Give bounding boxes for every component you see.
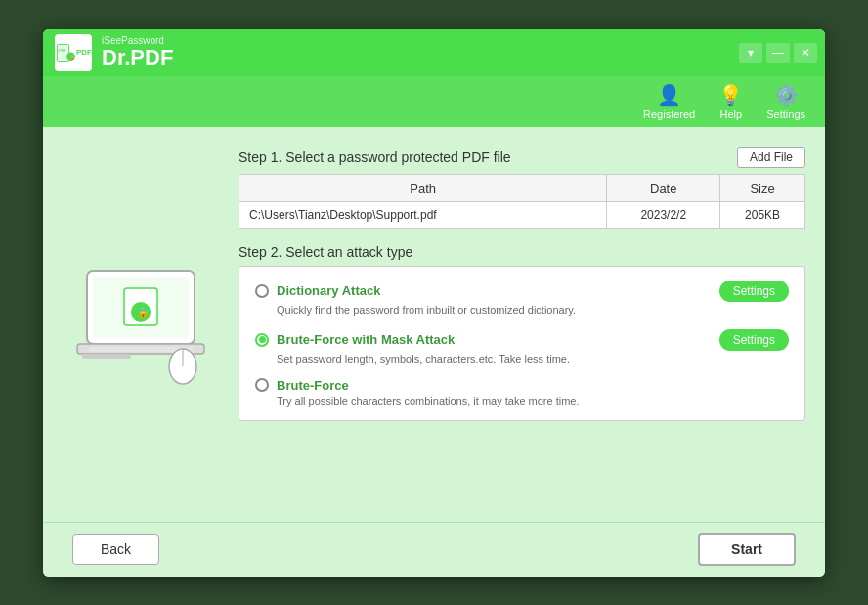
brute-force-mask-name: Brute-Force with Mask Attack bbox=[277, 332, 455, 347]
add-file-button[interactable]: Add File bbox=[737, 147, 805, 168]
table-row[interactable]: C:\Users\Tianz\Desktop\Support.pdf 2023/… bbox=[239, 201, 805, 228]
brand-label: iSeePassword bbox=[102, 35, 173, 46]
app-name: iSeePassword Dr.PDF bbox=[102, 35, 173, 69]
dictionary-attack-desc: Quickly find the password from inbuilt o… bbox=[277, 304, 789, 316]
help-button[interactable]: 💡 Help bbox=[718, 83, 743, 120]
left-panel: 🔒 bbox=[63, 147, 219, 502]
step2-section: Step 2. Select an attack type Dictionary… bbox=[239, 244, 805, 421]
step1-header: Step 1. Select a password protected PDF … bbox=[239, 147, 805, 168]
svg-text:🔒: 🔒 bbox=[137, 306, 150, 319]
dictionary-radio[interactable] bbox=[255, 284, 269, 298]
step2-header: Step 2. Select an attack type bbox=[239, 244, 805, 260]
brute-force-mask-header: Brute-Force with Mask Attack Settings bbox=[255, 329, 789, 351]
brute-force-header: Brute-Force bbox=[255, 378, 789, 393]
dictionary-attack-header: Dictionary Attack Settings bbox=[255, 281, 789, 302]
step1-title: Step 1. Select a password protected PDF … bbox=[239, 150, 511, 165]
help-icon: 💡 bbox=[718, 83, 743, 107]
attack-options-box: Dictionary Attack Settings Quickly find … bbox=[239, 266, 805, 421]
registered-label: Registered bbox=[643, 108, 695, 120]
settings-icon: ⚙️ bbox=[774, 83, 799, 107]
registered-button[interactable]: 👤 Registered bbox=[643, 83, 695, 120]
file-table: Path Date Size C:\Users\Tianz\Desktop\Su… bbox=[239, 174, 805, 229]
main-content: 🔒 Step 1. Select a password protected PD… bbox=[43, 127, 825, 522]
logo-area: PDF 🔒 iSeePassword Dr.PDF bbox=[55, 34, 173, 71]
brute-force-mask-left: Brute-Force with Mask Attack bbox=[255, 332, 455, 347]
start-button[interactable]: Start bbox=[698, 533, 796, 566]
minimize-button[interactable]: — bbox=[766, 43, 790, 63]
file-date: 2023/2/2 bbox=[607, 201, 720, 228]
dictionary-attack-name: Dictionary Attack bbox=[277, 283, 380, 298]
brute-force-mask-desc: Set password length, symbols, characters… bbox=[277, 353, 789, 365]
brute-force-name: Brute-Force bbox=[277, 378, 349, 393]
brute-force-mask-settings-button[interactable]: Settings bbox=[719, 329, 789, 351]
step1-section: Step 1. Select a password protected PDF … bbox=[239, 147, 805, 229]
file-size: 205KB bbox=[720, 201, 805, 228]
svg-rect-1 bbox=[57, 44, 68, 61]
svg-text:PDF: PDF bbox=[59, 48, 66, 52]
laptop-illustration: 🔒 bbox=[67, 261, 214, 388]
brute-force-radio[interactable] bbox=[255, 378, 269, 392]
brute-force-left: Brute-Force bbox=[255, 378, 349, 393]
radio-inner bbox=[259, 336, 266, 343]
registered-icon: 👤 bbox=[657, 83, 681, 107]
close-button[interactable]: ✕ bbox=[794, 43, 817, 63]
back-button[interactable]: Back bbox=[72, 534, 159, 565]
toolbar: 👤 Registered 💡 Help ⚙️ Settings bbox=[43, 76, 825, 127]
dictionary-settings-button[interactable]: Settings bbox=[719, 281, 789, 302]
settings-button[interactable]: ⚙️ Settings bbox=[766, 83, 805, 120]
dictionary-attack-left: Dictionary Attack bbox=[255, 283, 380, 298]
brute-force-desc: Try all possible characters combinations… bbox=[277, 395, 789, 407]
brute-force-mask-radio[interactable] bbox=[255, 333, 269, 347]
window-controls: ▾ — ✕ bbox=[739, 43, 817, 63]
col-header-path: Path bbox=[239, 174, 607, 201]
svg-text:🔒: 🔒 bbox=[69, 53, 76, 60]
col-header-date: Date bbox=[607, 174, 720, 201]
step2-title: Step 2. Select an attack type bbox=[239, 244, 412, 260]
brute-force-option: Brute-Force Try all possible characters … bbox=[255, 378, 789, 407]
dropdown-button[interactable]: ▾ bbox=[739, 43, 762, 63]
titlebar: PDF 🔒 iSeePassword Dr.PDF ▾ — ✕ bbox=[43, 29, 825, 76]
right-panel: Step 1. Select a password protected PDF … bbox=[239, 147, 805, 502]
settings-label: Settings bbox=[766, 108, 805, 120]
svg-rect-11 bbox=[82, 354, 131, 359]
dictionary-attack-option: Dictionary Attack Settings Quickly find … bbox=[255, 281, 789, 316]
file-path: C:\Users\Tianz\Desktop\Support.pdf bbox=[239, 201, 607, 228]
main-window: PDF 🔒 iSeePassword Dr.PDF ▾ — ✕ 👤 Regist… bbox=[43, 29, 825, 577]
help-label: Help bbox=[719, 108, 742, 120]
brute-force-mask-option: Brute-Force with Mask Attack Settings Se… bbox=[255, 329, 789, 365]
app-logo: PDF 🔒 bbox=[55, 34, 92, 71]
bottom-bar: Back Start bbox=[43, 522, 825, 577]
app-title: Dr.PDF bbox=[102, 46, 173, 69]
col-header-size: Size bbox=[720, 174, 805, 201]
